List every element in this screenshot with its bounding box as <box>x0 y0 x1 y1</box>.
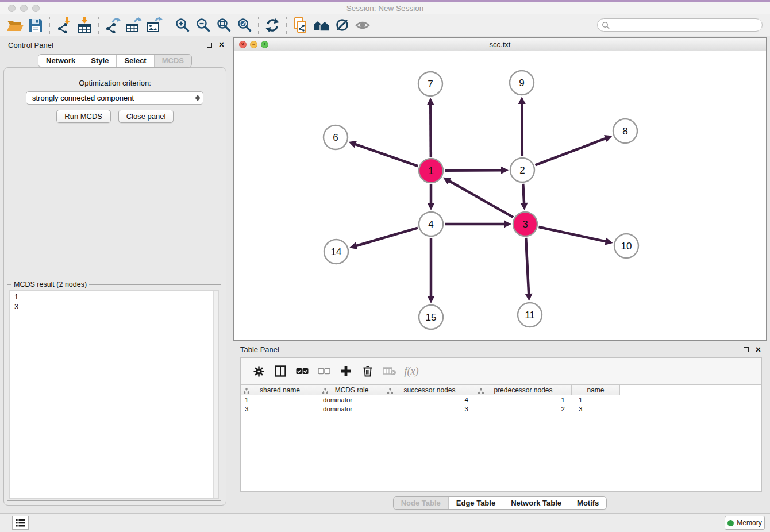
graph-node-11[interactable]: 11 <box>518 303 542 327</box>
zoom-selected-button[interactable] <box>234 16 255 34</box>
clone-network-button[interactable] <box>290 16 311 34</box>
tab-network-table[interactable]: Network Table <box>503 497 569 509</box>
table-panel-title: Table Panel <box>240 345 279 354</box>
graph-edge-2-9[interactable] <box>518 97 526 156</box>
split-panel-button[interactable] <box>270 361 291 381</box>
memory-button[interactable]: Memory <box>725 516 765 530</box>
select-all-button[interactable] <box>291 361 313 381</box>
export-image-button[interactable] <box>144 16 164 34</box>
tab-mcds[interactable]: MCDS <box>155 55 191 67</box>
table-row[interactable]: 3dominator323 <box>241 404 761 414</box>
graph-node-4[interactable]: 4 <box>419 212 443 236</box>
toolbar-separator <box>168 17 168 34</box>
task-history-button[interactable] <box>12 516 29 530</box>
edge-arrowhead <box>349 242 357 249</box>
node-table-box: f(x) shared nameMCDS rolesuccessor nodes… <box>240 357 762 492</box>
graph-node-14[interactable]: 14 <box>324 240 348 264</box>
table-row[interactable]: 1dominator411 <box>241 395 761 404</box>
tab-motifs[interactable]: Motifs <box>569 497 606 509</box>
graph-edge-1-4[interactable] <box>428 184 435 210</box>
graph-node-7[interactable]: 7 <box>418 72 442 96</box>
main-toolbar <box>0 14 770 36</box>
column-header-name[interactable]: name <box>572 385 620 395</box>
graph-node-6[interactable]: 6 <box>324 125 348 149</box>
search-field[interactable] <box>597 18 763 32</box>
column-header-successor-nodes[interactable]: successor nodes <box>384 385 475 395</box>
network-graph[interactable]: 7968124314101511 <box>234 51 766 340</box>
graph-node-10[interactable]: 10 <box>614 234 638 258</box>
graph-edge-4-15[interactable] <box>428 238 435 303</box>
float-table-panel-icon[interactable] <box>744 347 749 352</box>
column-header-label: MCDS role <box>335 386 369 394</box>
table-header-row: shared nameMCDS rolesuccessor nodesprede… <box>241 384 761 395</box>
export-network-button[interactable] <box>102 16 123 34</box>
hide-details-button[interactable] <box>332 16 352 34</box>
node-label: 10 <box>621 241 632 252</box>
graph-edge-2-8[interactable] <box>535 135 612 165</box>
table-panel-header: Table Panel × <box>233 342 767 357</box>
column-hierarchy-icon <box>478 387 484 395</box>
table-cell: dominator <box>319 396 384 403</box>
graph-node-15[interactable]: 15 <box>419 305 443 329</box>
save-session-button[interactable] <box>25 16 46 34</box>
tab-style[interactable]: Style <box>83 55 117 67</box>
tab-node-table[interactable]: Node Table <box>394 497 449 509</box>
network-window-titlebar[interactable]: × − + scc.txt <box>234 38 766 51</box>
graph-edge-1-2[interactable] <box>445 167 509 174</box>
tab-network[interactable]: Network <box>38 55 83 67</box>
zoom-out-button[interactable] <box>192 16 213 34</box>
tab-edge-table[interactable]: Edge Table <box>449 497 503 509</box>
apply-layout-button[interactable] <box>262 16 283 34</box>
node-label: 11 <box>525 310 535 321</box>
column-header-predecessor-nodes[interactable]: predecessor nodes <box>475 385 572 395</box>
float-panel-icon[interactable] <box>207 43 212 48</box>
birdseye-view-button[interactable] <box>352 16 373 34</box>
control-panel: Control Panel × Network Style Select MCD… <box>0 36 230 513</box>
delete-table-button-disabled <box>379 361 401 381</box>
graph-edge-1-6[interactable] <box>349 141 418 166</box>
deselect-all-button[interactable] <box>313 361 335 381</box>
run-mcds-button[interactable]: Run MCDS <box>56 110 111 123</box>
refresh-layout-icon <box>264 17 280 33</box>
graph-node-2[interactable]: 2 <box>510 158 534 182</box>
graph-node-3[interactable]: 3 <box>513 212 537 236</box>
graph-edge-3-11[interactable] <box>525 238 533 301</box>
zoom-fit-button[interactable] <box>213 16 234 34</box>
add-row-button[interactable] <box>335 361 357 381</box>
graph-edge-1-7[interactable] <box>427 98 434 157</box>
graph-edge-3-10[interactable] <box>538 227 613 245</box>
graph-node-8[interactable]: 8 <box>613 119 637 143</box>
graph-edge-4-3[interactable] <box>445 221 511 228</box>
network-view-window: × − + scc.txt 7968124314101511 <box>233 37 767 341</box>
table-cell: dominator <box>319 406 384 413</box>
home-view-button[interactable] <box>311 16 332 34</box>
graph-node-1[interactable]: 1 <box>419 159 443 183</box>
export-network-icon <box>105 17 121 33</box>
mcds-result-lines: 13 <box>10 291 218 314</box>
search-input[interactable] <box>610 20 762 30</box>
column-header-mcds-role[interactable]: MCDS role <box>319 385 384 395</box>
column-header-shared-name[interactable]: shared name <box>241 385 319 395</box>
import-table-button[interactable] <box>74 16 95 34</box>
zoom-selected-icon <box>237 17 252 33</box>
table-cell: 3 <box>572 406 620 413</box>
graph-edge-4-14[interactable] <box>349 228 418 249</box>
table-settings-button[interactable] <box>248 361 270 381</box>
graph-node-9[interactable]: 9 <box>510 71 534 95</box>
export-table-button[interactable] <box>123 16 144 34</box>
edge-arrowhead <box>501 167 509 174</box>
delete-row-button[interactable] <box>357 361 379 381</box>
graph-edge-3-1[interactable] <box>443 178 513 217</box>
open-file-button[interactable] <box>5 16 25 34</box>
optimization-criterion-dropdown[interactable]: strongly connected component <box>26 91 203 105</box>
import-network-button[interactable] <box>53 16 74 34</box>
close-panel-icon[interactable]: × <box>219 42 224 48</box>
close-table-panel-icon[interactable]: × <box>756 347 761 353</box>
mcds-result-textarea[interactable]: 13 <box>9 290 219 499</box>
network-canvas[interactable]: 7968124314101511 <box>234 51 766 340</box>
tab-select[interactable]: Select <box>117 55 154 67</box>
graph-edge-2-3[interactable] <box>521 184 528 210</box>
result-scrollbar[interactable] <box>213 291 218 498</box>
close-panel-button[interactable]: Close panel <box>118 110 174 123</box>
zoom-in-button[interactable] <box>172 16 192 34</box>
